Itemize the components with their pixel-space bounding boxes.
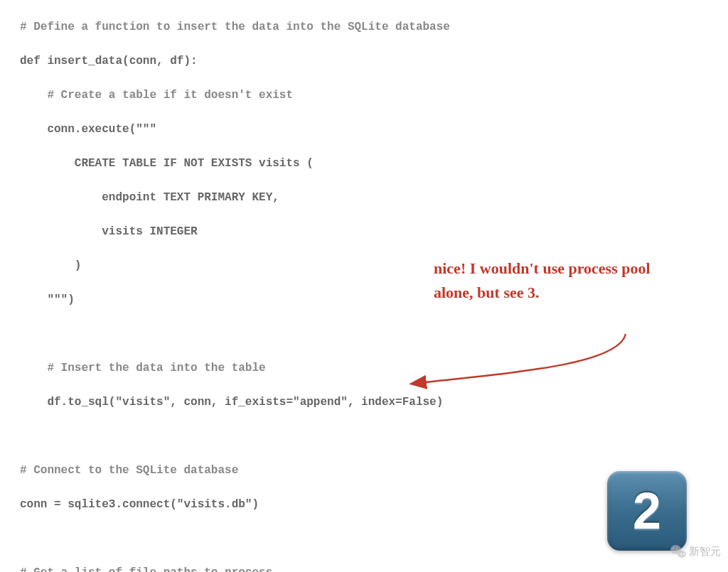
code-line [20,428,728,445]
code-line: # Define a function to insert the data i… [20,18,728,36]
code-line: CREATE TABLE IF NOT EXISTS visits ( [20,155,728,172]
code-line: conn.execute(""" [20,121,728,138]
code-line: df.to_sql("visits", conn, if_exists="app… [20,394,728,411]
code-line: endpoint TEXT PRIMARY KEY, [20,189,728,206]
badge-number: 2 [633,473,661,549]
code-line: # Create a table if it doesn't exist [20,87,728,104]
number-badge: 2 [607,471,687,551]
code-line: # Insert the data into the table [20,360,728,377]
handwritten-annotation: nice! I wouldn't use process pool alone,… [434,257,654,305]
code-line: visits INTEGER [20,223,728,240]
code-line [20,325,728,342]
code-line: def insert_data(conn, df): [20,53,728,70]
code-line: # Get a list of file paths to process [20,564,728,572]
